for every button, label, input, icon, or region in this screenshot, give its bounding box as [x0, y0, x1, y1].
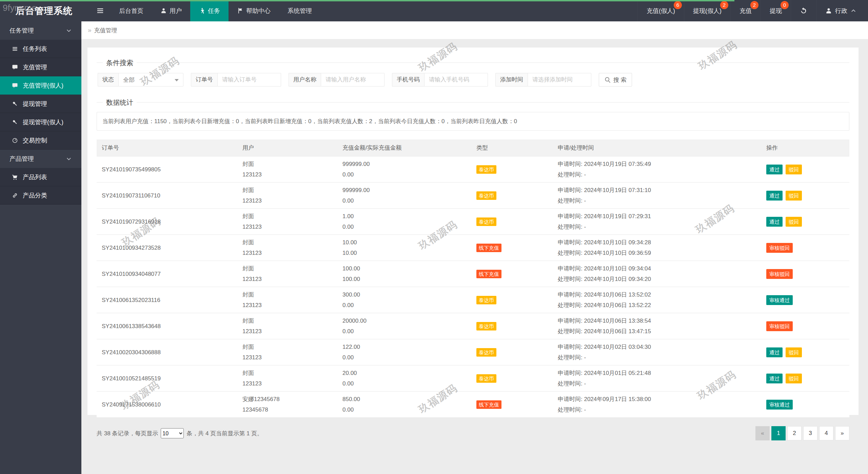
recharge-amount: 20.00: [342, 368, 466, 378]
page-button[interactable]: 2: [787, 426, 802, 440]
page-button-current[interactable]: 1: [771, 426, 786, 440]
sidebar-item[interactable]: 提现管理(假人): [0, 113, 81, 131]
header-nav-item[interactable]: 帮助中心: [229, 0, 279, 21]
select-arrow-icon: [175, 79, 179, 81]
user-nickname: 封面: [242, 185, 332, 195]
recharge-amount: 850.00: [342, 394, 466, 404]
user-menu[interactable]: 行政: [816, 0, 868, 21]
col-amount: 充值金额/实际充值金额: [337, 139, 471, 156]
table-row: SY2410190731106710 封面 123123 999999.00 0…: [97, 183, 849, 209]
chevron-up-icon: [850, 8, 856, 14]
recharge-amount: 20000.00: [342, 316, 466, 326]
link-icon: [11, 192, 19, 198]
sidebar-item-label: 任务列表: [23, 45, 47, 53]
sidebar-group-task[interactable]: 任务管理: [0, 21, 81, 40]
user-nickname: 封面: [242, 159, 332, 169]
order-number: SY2410010521485519: [97, 365, 237, 392]
sidebar-item[interactable]: 提现管理: [0, 95, 81, 113]
page-button[interactable]: 4: [819, 426, 833, 440]
table-row: SY2410020304306888 封面 123123 122.00 0.00…: [97, 339, 849, 365]
actual-amount: 0.00: [342, 352, 466, 363]
page-button[interactable]: 3: [803, 426, 817, 440]
reject-button[interactable]: 驳回: [786, 217, 802, 227]
order-number: SY2410020304306888: [97, 339, 237, 365]
hamburger-icon[interactable]: [90, 0, 111, 21]
person-icon: [825, 7, 832, 14]
refresh-button[interactable]: [791, 0, 816, 21]
user-account: 123123: [242, 378, 332, 389]
sidebar-item[interactable]: 交易控制: [0, 131, 81, 150]
header-quick-label: 充值: [739, 7, 752, 15]
flag-icon: [237, 7, 243, 14]
list-icon: [11, 46, 19, 52]
header-quick-item[interactable]: 提现(假人) 2: [684, 0, 730, 21]
content-card: 条件搜索 状态 全部 订单号 用户名称 手: [87, 48, 859, 415]
sidebar-item[interactable]: 任务列表: [0, 40, 81, 58]
apply-time: 申请时间: 2024年10月10日 09:34:04: [558, 263, 756, 274]
approve-button[interactable]: 通过: [766, 165, 783, 174]
phone-input[interactable]: [424, 73, 488, 87]
process-time: 处理时间: 2024年10月06日 13:47:15: [558, 326, 756, 337]
process-time: 处理时间: 2024年10月10日 09:34:20: [558, 274, 756, 284]
order-number: SY2409171538006610: [97, 392, 237, 418]
sidebar-group-label: 产品管理: [9, 155, 34, 163]
sidebar-item[interactable]: 产品列表: [0, 168, 81, 186]
type-badge: 线下充值: [476, 244, 501, 252]
order-number: SY2410061352023116: [97, 287, 237, 313]
process-time: 处理时间: -: [558, 404, 756, 415]
stats-text: 当前列表用户充值：1150，当前列表今日新增充值：0，当前列表昨日新增充值：0，…: [97, 112, 849, 131]
count-badge: 2: [750, 1, 758, 9]
count-badge: 0: [781, 1, 789, 9]
header-right: 充值(假人) 6 提现(假人) 2 充值 2 提现 0 行政: [637, 0, 868, 21]
reject-button[interactable]: 驳回: [786, 347, 802, 357]
sidebar-group-product[interactable]: 产品管理: [0, 150, 81, 168]
reject-button[interactable]: 驳回: [786, 165, 802, 174]
header-nav-item[interactable]: 用户: [152, 0, 190, 21]
approve-button[interactable]: 通过: [766, 217, 783, 227]
sidebar-item[interactable]: 充值管理(假人): [0, 76, 81, 95]
audit-approve-button[interactable]: 审核通过: [766, 400, 793, 410]
reject-button[interactable]: 驳回: [786, 374, 802, 383]
apply-time: 申请时间: 2024年10月19日 07:35:49: [558, 159, 756, 169]
table-body: SY2410190735499805 封面 123123 999999.00 0…: [97, 156, 849, 418]
user-input[interactable]: [321, 73, 384, 87]
page-prev-button[interactable]: «: [755, 426, 770, 440]
user-nickname: 封面: [242, 237, 332, 248]
process-time: 处理时间: -: [558, 169, 756, 180]
approve-button[interactable]: 通过: [766, 191, 783, 201]
audit-reject-button[interactable]: 审核驳回: [766, 269, 793, 279]
apply-time: 申请时间: 2024年09月17日 15:38:00: [558, 394, 756, 404]
row-actions: 审核驳回: [761, 261, 849, 287]
col-order: 订单号: [97, 139, 237, 156]
order-input[interactable]: [217, 73, 281, 87]
header-quick-item[interactable]: 提现 0: [761, 0, 791, 21]
approve-button[interactable]: 通过: [766, 374, 783, 383]
time-input[interactable]: [528, 73, 591, 87]
approve-button[interactable]: 通过: [766, 347, 783, 357]
actual-amount: 0.00: [342, 378, 466, 389]
page-size-select[interactable]: 10: [161, 428, 184, 438]
header-quick-item[interactable]: 充值(假人) 6: [637, 0, 684, 21]
header-quick-label: 提现(假人): [693, 7, 722, 15]
header-quick-item[interactable]: 充值 2: [730, 0, 761, 21]
header-nav-item[interactable]: 任务: [190, 0, 229, 21]
type-badge: 线下充值: [476, 270, 501, 278]
audit-reject-button[interactable]: 审核驳回: [766, 321, 793, 331]
audit-reject-button[interactable]: 审核驳回: [766, 243, 793, 253]
sidebar-item[interactable]: 产品分类: [0, 186, 81, 205]
page-next-button[interactable]: »: [835, 426, 849, 440]
process-time: 处理时间: 2024年10月06日 13:52:22: [558, 300, 756, 310]
header-nav-label: 用户: [170, 7, 182, 15]
reject-button[interactable]: 驳回: [786, 191, 802, 201]
header-nav-item[interactable]: 后台首页: [111, 0, 152, 21]
row-actions: 通过驳回: [761, 339, 849, 365]
apply-time: 申请时间: 2024年10月19日 07:29:31: [558, 211, 756, 222]
user-nickname: 安娜12345678: [242, 394, 332, 404]
search-button[interactable]: 搜 索: [599, 73, 632, 87]
sidebar-item[interactable]: 充值管理: [0, 58, 81, 76]
status-select[interactable]: 全部: [118, 73, 183, 87]
audit-approve-button[interactable]: 审核通过: [766, 295, 793, 305]
type-badge: 泰达币: [476, 296, 496, 304]
header-nav-item[interactable]: 系统管理: [279, 0, 320, 21]
recharge-amount: 300.00: [342, 289, 466, 300]
